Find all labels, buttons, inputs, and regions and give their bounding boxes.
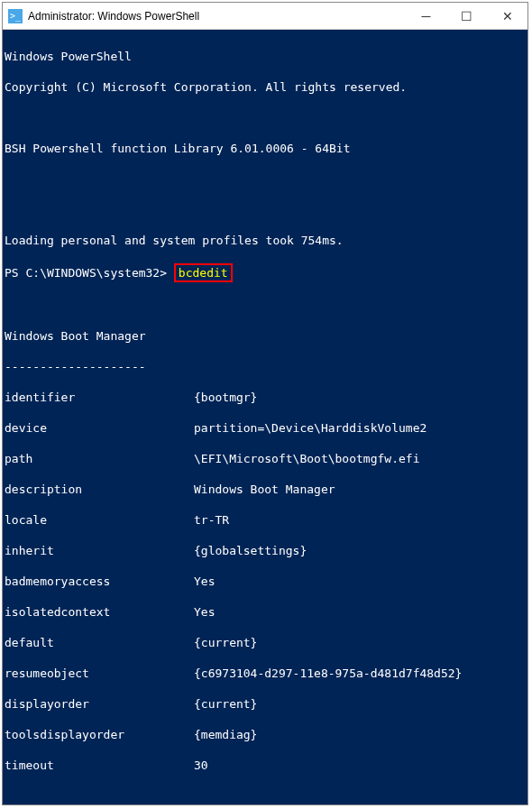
section-sep: -------------------- bbox=[5, 359, 526, 374]
kv-key: identifier bbox=[5, 390, 194, 405]
terminal-output[interactable]: Windows PowerShell Copyright (C) Microso… bbox=[3, 30, 527, 804]
blank-line bbox=[5, 788, 526, 804]
kv-val: 30 bbox=[194, 758, 526, 773]
kv-key: device bbox=[5, 420, 194, 436]
blank-line bbox=[5, 171, 526, 187]
kv-val: tr-TR bbox=[194, 512, 526, 528]
blank-line bbox=[5, 110, 526, 125]
kv-row: toolsdisplayorder{memdiag} bbox=[5, 727, 526, 742]
kv-val: Yes bbox=[194, 604, 526, 620]
kv-key: inherit bbox=[5, 543, 194, 558]
kv-key: timeout bbox=[5, 758, 194, 773]
kv-row: path\EFI\Microsoft\Boot\bootmgfw.efi bbox=[5, 451, 526, 466]
maximize-button[interactable]: ☐ bbox=[446, 3, 487, 30]
kv-row: resumeobject{c6973104-d297-11e8-975a-d48… bbox=[5, 666, 526, 681]
kv-key: default bbox=[5, 635, 194, 650]
kv-row: timeout30 bbox=[5, 758, 526, 773]
kv-key: description bbox=[5, 482, 194, 497]
blank-line bbox=[5, 298, 526, 313]
kv-row: devicepartition=\Device\HarddiskVolume2 bbox=[5, 420, 526, 436]
kv-val: {current} bbox=[194, 696, 526, 712]
kv-row: identifier{bootmgr} bbox=[5, 390, 526, 405]
blank-line bbox=[5, 202, 526, 217]
kv-key: path bbox=[5, 451, 194, 466]
section-title: Windows Boot Manager bbox=[5, 328, 526, 344]
command-text: bcdedit bbox=[179, 266, 228, 280]
kv-val: {bootmgr} bbox=[194, 390, 526, 405]
kv-row: badmemoryaccessYes bbox=[5, 574, 526, 589]
prompt-line-1: PS C:\WINDOWS\system32> bcdedit bbox=[5, 263, 526, 282]
kv-val: {globalsettings} bbox=[194, 543, 526, 558]
kv-key: resumeobject bbox=[5, 666, 194, 681]
kv-val: {current} bbox=[194, 635, 526, 650]
kv-key: toolsdisplayorder bbox=[5, 727, 194, 742]
close-button[interactable]: ✕ bbox=[487, 3, 527, 30]
kv-key: badmemoryaccess bbox=[5, 574, 194, 589]
minimize-button[interactable]: ─ bbox=[406, 3, 446, 30]
kv-row: descriptionWindows Boot Manager bbox=[5, 482, 526, 497]
powershell-icon bbox=[8, 9, 23, 23]
banner-line: Windows PowerShell bbox=[5, 49, 526, 64]
titlebar[interactable]: Administrator: Windows PowerShell ─ ☐ ✕ bbox=[3, 3, 527, 30]
kv-val: Windows Boot Manager bbox=[194, 482, 526, 497]
kv-key: isolatedcontext bbox=[5, 604, 194, 620]
kv-val: \EFI\Microsoft\Boot\bootmgfw.efi bbox=[194, 451, 526, 466]
kv-row: default{current} bbox=[5, 635, 526, 650]
window-title: Administrator: Windows PowerShell bbox=[28, 10, 406, 23]
kv-key: locale bbox=[5, 512, 194, 528]
kv-row: inherit{globalsettings} bbox=[5, 543, 526, 558]
kv-row: isolatedcontextYes bbox=[5, 604, 526, 620]
kv-val: partition=\Device\HarddiskVolume2 bbox=[194, 420, 526, 436]
kv-row: localetr-TR bbox=[5, 512, 526, 528]
kv-key: displayorder bbox=[5, 696, 194, 712]
kv-val: {c6973104-d297-11e8-975a-d481d7f48d52} bbox=[194, 666, 526, 681]
library-line: BSH Powershell function Library 6.01.000… bbox=[5, 141, 526, 156]
highlight-bcdedit: bcdedit bbox=[174, 263, 233, 282]
copyright-line: Copyright (C) Microsoft Corporation. All… bbox=[5, 79, 526, 95]
kv-row: displayorder{current} bbox=[5, 696, 526, 712]
kv-val: {memdiag} bbox=[194, 727, 526, 742]
kv-val: Yes bbox=[194, 574, 526, 589]
profile-load-line: Loading personal and system profiles too… bbox=[5, 233, 526, 248]
prompt-prefix: PS C:\WINDOWS\system32> bbox=[5, 266, 174, 280]
powershell-window: Administrator: Windows PowerShell ─ ☐ ✕ … bbox=[2, 2, 528, 805]
